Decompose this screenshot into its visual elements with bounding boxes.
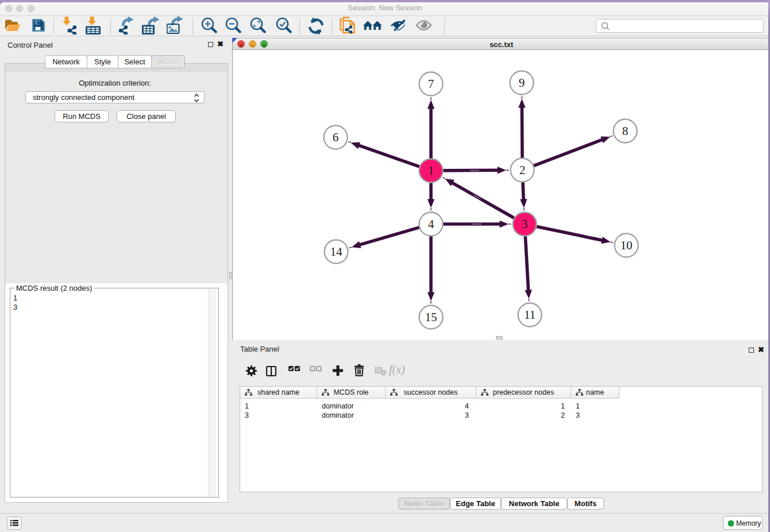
svg-text:11: 11 <box>524 308 536 322</box>
svg-text:15: 15 <box>425 310 437 324</box>
svg-text:8: 8 <box>622 124 629 138</box>
svg-text:4: 4 <box>428 217 434 231</box>
svg-text:6: 6 <box>333 130 339 144</box>
svg-text:10: 10 <box>621 238 633 252</box>
svg-text:9: 9 <box>519 76 525 90</box>
svg-text:14: 14 <box>330 245 343 259</box>
svg-text:3: 3 <box>522 217 528 231</box>
svg-text:7: 7 <box>428 77 434 91</box>
svg-text:1: 1 <box>428 164 434 178</box>
svg-text:2: 2 <box>519 163 526 177</box>
